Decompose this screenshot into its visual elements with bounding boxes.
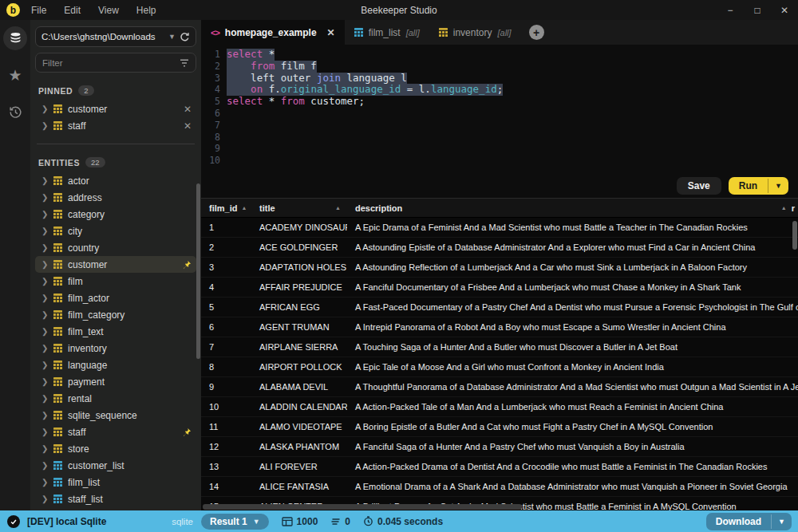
entity-item-customer_list[interactable]: ❯customer_list — [35, 457, 196, 474]
table-row[interactable]: 9ALABAMA DEVILA Thoughtful Panorama of a… — [201, 377, 798, 397]
table-row[interactable]: 8AIRPORT POLLOCKA Epic Tale of a Moose A… — [201, 357, 798, 377]
cell-film-id[interactable]: 7 — [201, 342, 251, 352]
chevron-right-icon[interactable]: ❯ — [41, 277, 48, 286]
table-row[interactable]: 13ALI FOREVERA Action-Packed Drama of a … — [201, 457, 798, 477]
column-header-next[interactable]: ▲ r — [781, 203, 798, 213]
cell-film-id[interactable]: 3 — [201, 262, 251, 272]
code-line-1[interactable]: 1select * — [201, 49, 798, 61]
chevron-right-icon[interactable]: ❯ — [41, 260, 48, 269]
sidebar-scrollbar[interactable] — [196, 183, 200, 359]
entity-item-category[interactable]: ❯category — [35, 206, 196, 223]
entity-item-film_category[interactable]: ❯film_category — [35, 306, 196, 323]
chevron-right-icon[interactable]: ❯ — [41, 294, 48, 302]
code-line-9[interactable]: 9 — [201, 143, 798, 155]
cell-description[interactable]: A Thoughtful Panorama of a Database Admi… — [347, 382, 798, 392]
entity-item-sales_by_store[interactable]: ❯sales_by_store — [35, 507, 196, 510]
pin-icon[interactable] — [182, 260, 192, 270]
chevron-right-icon[interactable]: ❯ — [41, 243, 48, 252]
table-row[interactable]: 6AGENT TRUMANA Intrepid Panorama of a Ro… — [201, 317, 798, 337]
sort-icon[interactable]: ▲ — [335, 205, 341, 211]
entity-item-actor[interactable]: ❯actor — [35, 172, 196, 189]
cell-description[interactable]: A Epic Drama of a Feminist And a Mad Sci… — [347, 223, 798, 232]
result-selector[interactable]: Result 1 ▼ — [201, 514, 269, 530]
chevron-right-icon[interactable]: ❯ — [41, 193, 48, 202]
entity-item-staff[interactable]: ❯staff — [35, 424, 196, 440]
entity-item-store[interactable]: ❯store — [35, 440, 196, 457]
chevron-right-icon[interactable]: ❯ — [41, 227, 48, 235]
unpin-close-icon[interactable]: ✕ — [184, 120, 192, 132]
pin-icon[interactable] — [182, 428, 192, 437]
cell-film-id[interactable]: 9 — [201, 382, 251, 392]
results-body[interactable]: 1ACADEMY DINOSAURA Epic Drama of a Femin… — [201, 218, 798, 510]
entity-item-film_actor[interactable]: ❯film_actor — [35, 290, 196, 306]
results-vertical-scrollbar[interactable] — [792, 221, 797, 250]
cell-film-id[interactable]: 10 — [201, 402, 251, 412]
code-line-2[interactable]: 2 from film f — [201, 61, 798, 73]
cell-film-id[interactable]: 13 — [201, 462, 251, 471]
unpin-close-icon[interactable]: ✕ — [184, 104, 192, 115]
favorites-panel-icon[interactable]: ★ — [3, 63, 27, 87]
table-row[interactable]: 12ALASKA PHANTOMA Fanciful Saga of a Hun… — [201, 437, 798, 457]
entity-item-rental[interactable]: ❯rental — [35, 390, 196, 407]
database-panel-icon[interactable] — [3, 26, 27, 50]
code-line-8[interactable]: 8 — [201, 132, 798, 144]
code-line-4[interactable]: 4 on f.original_language_id = l.language… — [201, 84, 798, 96]
new-tab-button[interactable]: + — [529, 25, 544, 40]
table-filter-input[interactable]: Filter — [35, 53, 196, 73]
minimize-button[interactable]: − — [717, 5, 744, 16]
cell-description[interactable]: A Emotional Drama of a A Shark And a Dat… — [347, 482, 798, 491]
table-row[interactable]: 2ACE GOLDFINGERA Astounding Epistle of a… — [201, 238, 798, 258]
run-label[interactable]: Run — [729, 177, 768, 195]
chevron-right-icon[interactable]: ❯ — [41, 344, 48, 353]
table-row[interactable]: 11ALAMO VIDEOTAPEA Boring Epistle of a B… — [201, 417, 798, 437]
cell-title[interactable]: ADAPTATION HOLES — [251, 262, 347, 272]
code-line-7[interactable]: 7 — [201, 120, 798, 132]
download-button[interactable]: Download ▼ — [706, 513, 792, 530]
tab-inventory[interactable]: inventory[all] — [429, 20, 521, 45]
entity-item-film[interactable]: ❯film — [35, 273, 196, 290]
download-options-caret-icon[interactable]: ▼ — [771, 514, 792, 529]
run-options-caret-icon[interactable]: ▼ — [768, 179, 788, 193]
entity-item-staff_list[interactable]: ❯staff_list — [35, 491, 196, 507]
pinned-item-staff[interactable]: ❯staff✕ — [35, 117, 196, 134]
code-line-3[interactable]: 3 left outer join language l — [201, 73, 798, 85]
table-row[interactable]: 3ADAPTATION HOLESA Astounding Reflection… — [201, 258, 798, 278]
cell-title[interactable]: ALICE FANTASIA — [251, 482, 347, 491]
save-button[interactable]: Save — [677, 177, 721, 195]
chevron-right-icon[interactable]: ❯ — [41, 310, 48, 319]
tab-close-icon[interactable]: ✕ — [327, 27, 335, 38]
entity-item-address[interactable]: ❯address — [35, 189, 196, 206]
cell-description[interactable]: A Action-Packed Tale of a Man And a Lumb… — [347, 402, 798, 412]
cell-description[interactable]: A Fanciful Documentary of a Frisbee And … — [347, 282, 798, 292]
column-header-title[interactable]: title ▲ — [251, 203, 347, 213]
sort-icon[interactable]: ▲ — [781, 205, 787, 211]
code-line-6[interactable]: 6 — [201, 108, 798, 120]
menu-edit[interactable]: Edit — [64, 5, 81, 16]
entity-item-city[interactable]: ❯city — [35, 223, 196, 239]
results-horizontal-scrollbar[interactable] — [203, 504, 522, 510]
cell-title[interactable]: ALADDIN CALENDAR — [251, 402, 347, 412]
download-label[interactable]: Download — [706, 513, 771, 530]
cell-description[interactable]: A Fast-Paced Documentary of a Pastry Che… — [347, 302, 798, 312]
code-line-10[interactable]: 10 — [201, 155, 798, 167]
pinned-item-customer[interactable]: ❯customer✕ — [35, 100, 196, 117]
entity-item-payment[interactable]: ❯payment — [35, 373, 196, 390]
menu-help[interactable]: Help — [136, 5, 156, 16]
cell-title[interactable]: ALASKA PHANTOM — [251, 442, 347, 451]
table-row[interactable]: 5AFRICAN EGGA Fast-Paced Documentary of … — [201, 298, 798, 317]
tab-film_list[interactable]: film_list[all] — [345, 20, 429, 45]
entity-item-inventory[interactable]: ❯inventory — [35, 340, 196, 357]
chevron-right-icon[interactable]: ❯ — [41, 104, 48, 113]
chevron-right-icon[interactable]: ❯ — [41, 176, 48, 185]
chevron-right-icon[interactable]: ❯ — [41, 461, 48, 470]
code-line-5[interactable]: 5select * from customer; — [201, 96, 798, 108]
column-header-film-id[interactable]: film_id ▲ — [201, 203, 251, 213]
cell-title[interactable]: ALABAMA DEVIL — [251, 382, 347, 392]
chevron-right-icon[interactable]: ❯ — [41, 121, 48, 130]
history-panel-icon[interactable] — [3, 100, 27, 124]
cell-film-id[interactable]: 5 — [201, 302, 251, 312]
close-button[interactable]: ✕ — [771, 5, 798, 16]
entity-item-film_list[interactable]: ❯film_list — [35, 474, 196, 491]
cell-description[interactable]: A Action-Packed Drama of a Dentist And a… — [347, 462, 798, 471]
cell-film-id[interactable]: 11 — [201, 422, 251, 432]
